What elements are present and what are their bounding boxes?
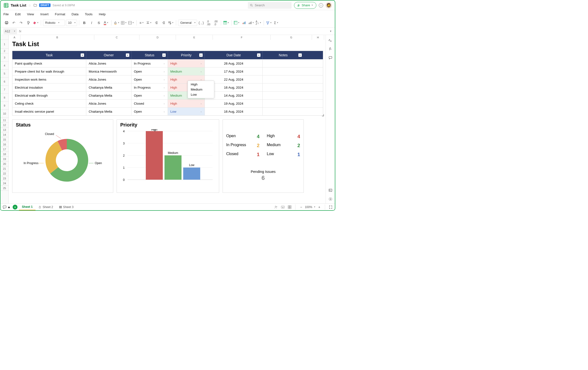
cell-due[interactable]: 19 Aug, 2024 bbox=[205, 100, 263, 107]
cell-owner[interactable]: Monica Hemsworth bbox=[86, 68, 131, 75]
table-format-icon[interactable]: ▼ bbox=[223, 20, 229, 26]
grid-view-icon[interactable] bbox=[287, 205, 292, 209]
cell-owner[interactable]: Chaitanya Mella bbox=[86, 92, 131, 99]
chevron-down-icon[interactable]: ⌄ bbox=[200, 70, 202, 72]
menu-view[interactable]: View bbox=[27, 12, 34, 16]
cell-status[interactable]: In Progress⌄ bbox=[131, 83, 168, 91]
cell-task[interactable]: Prepare client list for walk through bbox=[12, 68, 86, 75]
indent-decrease-icon[interactable] bbox=[153, 20, 159, 26]
cell-status[interactable]: Open⌄ bbox=[131, 68, 168, 75]
col-header-f[interactable]: F bbox=[213, 35, 271, 40]
indent-increase-icon[interactable] bbox=[160, 20, 167, 26]
chevron-down-icon[interactable]: ⌄ bbox=[163, 70, 165, 72]
row-header[interactable]: 7 bbox=[0, 86, 9, 94]
cell-task[interactable]: Electrical insulation bbox=[12, 83, 86, 91]
menu-file[interactable]: File bbox=[3, 12, 9, 16]
strikethrough-icon[interactable]: S bbox=[96, 20, 102, 26]
filter-icon[interactable]: ▼ bbox=[266, 20, 272, 26]
menu-edit[interactable]: Edit bbox=[15, 12, 21, 16]
row-header[interactable]: 6 bbox=[0, 78, 9, 86]
cell-due[interactable]: 16 Aug, 2024 bbox=[205, 108, 263, 115]
row-header[interactable]: 2 bbox=[0, 49, 9, 53]
cell-status[interactable]: Closed⌄ bbox=[131, 100, 168, 107]
col-owner[interactable]: Owner▼ bbox=[86, 51, 131, 59]
row-header[interactable]: 13 bbox=[0, 127, 9, 132]
row-header[interactable]: 8 bbox=[0, 94, 9, 102]
image-icon[interactable] bbox=[328, 188, 333, 193]
thousands-icon[interactable]: ( , ) bbox=[198, 20, 204, 26]
decrease-decimal-icon[interactable]: .0.00 bbox=[205, 20, 212, 26]
row-header[interactable]: 3 bbox=[0, 53, 9, 62]
row-header[interactable]: 17 bbox=[0, 147, 9, 152]
cell-task[interactable]: Celing check bbox=[12, 100, 86, 107]
fx-icon[interactable]: fx bbox=[19, 29, 21, 33]
menu-format[interactable]: Format bbox=[55, 12, 65, 16]
star-icon[interactable]: ☆ bbox=[28, 3, 31, 7]
collab-icon[interactable] bbox=[274, 205, 278, 209]
avatar[interactable]: 🧔 bbox=[326, 2, 332, 9]
sheet-tab-2[interactable]: Sheet 2 bbox=[35, 204, 56, 210]
number-format-select[interactable]: General▼ bbox=[178, 20, 197, 26]
chart-bar-icon[interactable] bbox=[241, 20, 247, 26]
redo-icon[interactable]: ↷ bbox=[18, 20, 24, 26]
scroll-up-icon[interactable]: ▲ bbox=[7, 205, 11, 209]
chat-icon[interactable]: 💬 bbox=[2, 205, 7, 209]
menu-help[interactable]: Help bbox=[99, 12, 106, 16]
cell-due[interactable]: 26 Aug, 2024 bbox=[205, 60, 263, 67]
dropdown-option-high[interactable]: High bbox=[188, 82, 214, 87]
col-header-e[interactable]: E bbox=[176, 35, 213, 40]
comment-icon[interactable] bbox=[328, 55, 333, 60]
cell-task[interactable]: Paint quality check bbox=[12, 60, 86, 67]
chevron-down-icon[interactable]: ⌄ bbox=[163, 94, 165, 97]
chevron-down-icon[interactable]: ⌄ bbox=[200, 102, 202, 105]
filter-icon[interactable]: ▼ bbox=[298, 53, 302, 57]
select-all-corner[interactable] bbox=[0, 35, 9, 40]
formula-expand-icon[interactable]: ▼ bbox=[329, 30, 332, 32]
fill-color-icon[interactable]: ▼ bbox=[114, 20, 120, 26]
add-sheet-button[interactable]: + bbox=[13, 205, 18, 209]
chevron-down-icon[interactable]: ⌄ bbox=[163, 62, 165, 65]
row-header[interactable]: 16 bbox=[0, 142, 9, 147]
row-header[interactable]: 18 bbox=[0, 152, 9, 157]
filter-icon[interactable]: ▼ bbox=[257, 53, 261, 57]
cell-notes[interactable] bbox=[263, 92, 304, 99]
col-header-b[interactable]: B bbox=[21, 35, 94, 40]
sigma-icon[interactable]: Σ▼ bbox=[273, 20, 279, 26]
chart-more-icon[interactable]: ▼ bbox=[248, 20, 254, 26]
fullscreen-icon[interactable] bbox=[328, 205, 333, 209]
clear-format-icon[interactable]: ▼ bbox=[32, 20, 39, 26]
cell-task[interactable]: Insall electric service panel bbox=[12, 108, 86, 115]
cell-reference[interactable]: A12▼ bbox=[3, 28, 17, 34]
row-header[interactable]: 25 bbox=[0, 186, 9, 191]
cell-notes[interactable] bbox=[263, 75, 304, 83]
share-button[interactable]: Share ▼ bbox=[294, 2, 316, 9]
increase-decimal-icon[interactable]: .00.0 bbox=[213, 20, 219, 26]
col-priority[interactable]: Priority▼ bbox=[168, 51, 205, 59]
cell-owner[interactable]: Alicia Jones bbox=[86, 60, 131, 67]
cell-task[interactable]: Electrical walk through bbox=[12, 92, 86, 99]
format-painter-icon[interactable] bbox=[25, 20, 32, 26]
row-header[interactable]: 19 bbox=[0, 157, 9, 162]
cell-priority[interactable]: High⌄ bbox=[168, 100, 205, 107]
cell-status[interactable]: Open⌄ bbox=[131, 92, 168, 99]
font-size-select[interactable]: 10▼ bbox=[66, 20, 77, 26]
align-vertical-icon[interactable]: ▼ bbox=[146, 20, 152, 26]
cell-notes[interactable] bbox=[263, 60, 304, 67]
row-header[interactable]: 21 bbox=[0, 166, 9, 171]
chevron-down-icon[interactable]: ⌄ bbox=[200, 62, 202, 65]
chevron-down-icon[interactable]: ⌄ bbox=[163, 86, 165, 89]
zoom-in-button[interactable]: + bbox=[317, 205, 321, 209]
font-family-select[interactable]: Roboto▼ bbox=[43, 20, 65, 26]
theme-icon[interactable] bbox=[328, 197, 333, 202]
col-task[interactable]: Task▼ bbox=[12, 51, 86, 59]
col-header-h[interactable]: H bbox=[312, 35, 324, 40]
chevron-down-icon[interactable]: ⌄ bbox=[163, 110, 165, 113]
zoom-value[interactable]: 100% bbox=[305, 206, 312, 209]
formula-input[interactable] bbox=[23, 29, 327, 34]
filter-icon[interactable]: ▼ bbox=[162, 53, 166, 57]
chevron-down-icon[interactable]: ⌄ bbox=[163, 102, 165, 105]
filter-icon[interactable]: ▼ bbox=[81, 53, 84, 57]
row-header[interactable]: 23 bbox=[0, 176, 9, 181]
cell-status[interactable]: In Progress⌄ bbox=[131, 60, 168, 67]
menu-tools[interactable]: Tools bbox=[85, 12, 93, 16]
